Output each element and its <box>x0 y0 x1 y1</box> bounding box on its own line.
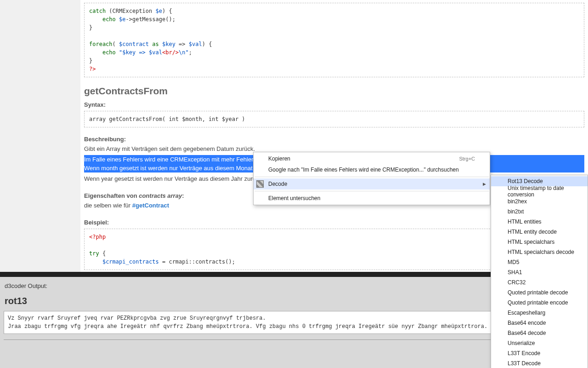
decode-option[interactable]: HTML entity decode <box>491 227 588 237</box>
ctx-copy[interactable]: Kopieren Strg+C <box>254 153 490 164</box>
decode-option[interactable]: L33T Encode <box>491 348 588 358</box>
getcontract-link[interactable]: #getContract <box>132 202 169 209</box>
syntax-code[interactable]: array getContractsFrom( int $month, int … <box>84 111 584 127</box>
decode-icon <box>256 180 264 188</box>
shortcut-label: Strg+C <box>459 156 475 161</box>
decode-option[interactable]: Escapeshellarg <box>491 308 588 318</box>
decode-option[interactable]: Quoted printable decode <box>491 288 588 298</box>
decode-option[interactable]: CRC32 <box>491 277 588 288</box>
syntax-label: Syntax: <box>84 101 584 108</box>
decode-option[interactable]: Unserialize <box>491 338 588 348</box>
decode-option[interactable]: Quoted printable encode <box>491 298 588 308</box>
ctx-separator <box>254 177 489 177</box>
decode-option[interactable]: SHA1 <box>491 267 588 277</box>
ctx-decode[interactable]: Decode ▶ <box>254 178 490 190</box>
method-heading: getContractsFrom <box>84 86 584 97</box>
description-label: Beschreibung: <box>84 136 584 143</box>
decode-submenu: Rot13 DecodeUnix timestamp to date conve… <box>491 175 588 368</box>
decode-option[interactable]: Unix timestamp to date conversion <box>491 186 588 196</box>
decode-option[interactable]: HTML entities <box>491 217 588 227</box>
description-line-1: Gibt ein Array mit Verträgen seit dem ge… <box>84 145 584 152</box>
decode-option[interactable]: Base64 encode <box>491 318 588 328</box>
decode-option[interactable]: Base64 decode <box>491 328 588 338</box>
ctx-separator <box>254 191 489 191</box>
code-block-top[interactable]: catch (CRMException $e) { echo $e->getMe… <box>84 3 584 77</box>
ctx-inspect-element[interactable]: Element untersuchen <box>254 193 490 204</box>
decode-option[interactable]: L33T Decode <box>491 358 588 368</box>
decode-option[interactable]: HTML specialchars <box>491 237 588 247</box>
context-menu: Kopieren Strg+C Google nach "Im Falle ei… <box>253 152 490 205</box>
chevron-right-icon: ▶ <box>483 182 486 186</box>
decode-option[interactable]: HTML specialchars decode <box>491 247 588 257</box>
decode-option[interactable]: bin2txt <box>491 207 588 217</box>
decode-option[interactable]: MD5 <box>491 257 588 267</box>
decode-option[interactable]: bin2hex <box>491 196 588 207</box>
ctx-google-search[interactable]: Google nach "Im Falle eines Fehlers wird… <box>254 164 490 175</box>
